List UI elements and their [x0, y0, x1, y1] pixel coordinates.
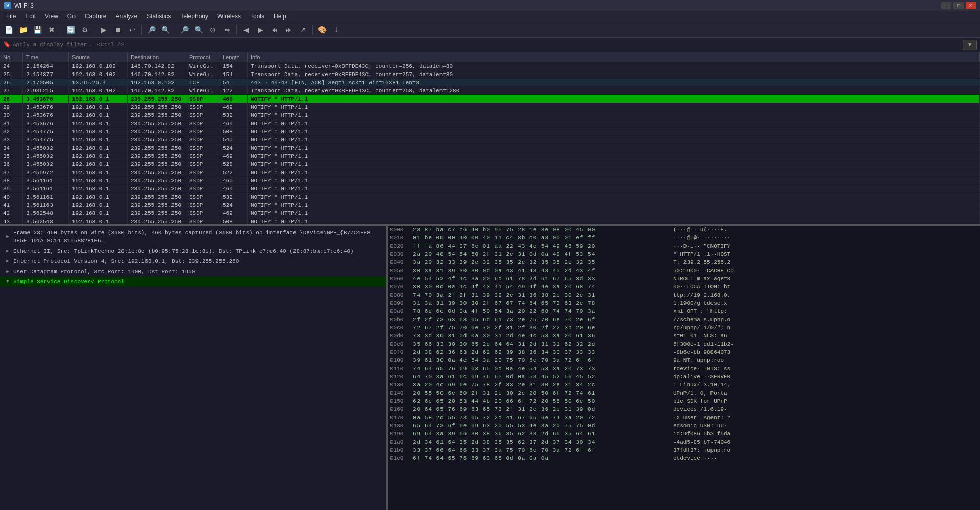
- hex-bytes: 64 70 3a 61 6c 69 76 65 0d 0a 53 45 52 5…: [413, 374, 673, 380]
- packet-cell: 3.562548: [23, 217, 69, 224]
- detail-item[interactable]: ▼Simple Service Discovery Protocol: [0, 277, 386, 287]
- hex-row: 00f02d 38 62 36 63 2d 62 62 39 38 36 34 …: [388, 348, 980, 356]
- menu-item-view[interactable]: View: [41, 12, 62, 21]
- hex-ascii: rg/upnp/ 1/0/"; n: [673, 325, 978, 331]
- zoom-in-button[interactable]: 🔎: [178, 23, 191, 36]
- packet-row[interactable]: 423.562548192.168.0.1239.255.255.250SSDP…: [0, 209, 980, 217]
- packet-row[interactable]: 313.453676192.168.0.1239.255.255.250SSDP…: [0, 119, 980, 128]
- app-icon: W: [4, 2, 11, 9]
- colorize-button[interactable]: 🎨: [315, 23, 329, 36]
- packet-cell: SSDP: [186, 152, 219, 160]
- detail-item[interactable]: ▶Ethernet II, Src: TpLinkTechno_28:1e:8e…: [0, 246, 386, 256]
- packet-row[interactable]: 293.453676192.168.0.1239.255.255.250SSDP…: [0, 103, 980, 111]
- packet-cell: 239.255.255.250: [128, 209, 186, 217]
- packet-row[interactable]: 353.455032192.168.0.1239.255.255.250SSDP…: [0, 152, 980, 160]
- packet-details: ▶Frame 28: 460 bytes on wire (3680 bits)…: [0, 226, 388, 510]
- packet-row[interactable]: 393.561161192.168.0.1239.255.255.250SSDP…: [0, 185, 980, 193]
- main-content: No. Time Source Destination Protocol Len…: [0, 52, 980, 510]
- resize-columns-button[interactable]: ⇔: [220, 23, 234, 36]
- filter-icon: 🔖: [3, 41, 11, 48]
- packet-cell: 3.561163: [23, 201, 69, 209]
- separator-1: [61, 25, 61, 35]
- packet-cell: 35: [0, 152, 23, 160]
- packet-row[interactable]: 363.455032192.168.0.1239.255.255.250SSDP…: [0, 160, 980, 168]
- packet-row[interactable]: 373.455972192.168.0.1239.255.255.250SSDP…: [0, 168, 980, 177]
- hex-offset: 0080: [390, 292, 413, 298]
- hex-bytes: 78 6d 6c 0d 0a 4f 50 54 3a 20 22 68 74 7…: [413, 308, 673, 314]
- close-capture-button[interactable]: ✖: [45, 23, 58, 36]
- packet-cell: 239.255.255.250: [128, 136, 186, 143]
- header-destination: Destination: [128, 52, 186, 62]
- bottom-panel: ▶Frame 28: 460 bytes on wire (3680 bits)…: [0, 226, 980, 510]
- maximize-button[interactable]: □: [953, 2, 964, 9]
- menu-item-telephony[interactable]: Telephony: [176, 12, 212, 21]
- menu-item-analyze[interactable]: Analyze: [112, 12, 142, 21]
- start-capture-button[interactable]: ▶: [97, 23, 110, 36]
- packet-cell: 2.154264: [23, 62, 69, 70]
- packet-cell: NOTIFY * HTTP/1.1: [248, 160, 980, 168]
- detail-item[interactable]: ▶User Datagram Protocol, Src Port: 1900,…: [0, 266, 386, 277]
- new-capture-button[interactable]: 📄: [2, 23, 15, 36]
- packet-row[interactable]: 252.154377192.168.0.102146.70.142.82Wire…: [0, 70, 980, 79]
- hex-row: 00c072 67 2f 75 70 6e 70 2f 31 2f 30 2f …: [388, 324, 980, 332]
- save-button[interactable]: 💾: [31, 23, 44, 36]
- next-packet-button[interactable]: ▶: [254, 23, 267, 36]
- hex-offset: 0110: [390, 366, 413, 372]
- hex-row: 00d073 3d 30 31 0d 0a 30 31 2d 4e 4c 53 …: [388, 332, 980, 340]
- stop-capture-button[interactable]: ⏹: [111, 23, 125, 36]
- hex-row: 01c06f 74 64 65 76 69 63 65 0d 0a 0a 0ao…: [388, 454, 980, 463]
- hex-row: 007030 30 0d 0a 4c 4f 43 41 54 49 4f 4e …: [388, 283, 980, 291]
- display-filters-button[interactable]: 🔍: [159, 23, 172, 36]
- packet-row[interactable]: 272.936215192.168.0.102146.70.142.82Wire…: [0, 87, 980, 95]
- packet-row[interactable]: 333.454775192.168.0.1239.255.255.250SSDP…: [0, 136, 980, 144]
- minimize-button[interactable]: —: [941, 2, 951, 9]
- toolbar: 📄 📁 💾 ✖ 🔄 ⚙ ▶ ⏹ ↩ 🔎 🔍 🔎 🔍 ⊙ ⇔ ◀ ▶ ⏮ ⏭ ↗ …: [0, 21, 980, 38]
- packet-row[interactable]: 343.455032192.168.0.1239.255.255.250SSDP…: [0, 144, 980, 152]
- menu-item-go[interactable]: Go: [63, 12, 80, 21]
- packet-row[interactable]: 283.453676192.168.0.1239.255.255.250SSDP…: [0, 95, 980, 103]
- menu-item-wireless[interactable]: Wireless: [213, 12, 245, 21]
- packet-row[interactable]: 262.17050513.95.26.4192.168.0.102TCP5444…: [0, 79, 980, 87]
- first-packet-button[interactable]: ⏮: [268, 23, 281, 36]
- reload-button[interactable]: 🔄: [64, 23, 77, 36]
- capture-filters-button[interactable]: 🔎: [144, 23, 158, 36]
- menu-item-statistics[interactable]: Statistics: [142, 12, 175, 21]
- packet-row[interactable]: 433.562548192.168.0.1239.255.255.250SSDP…: [0, 217, 980, 224]
- last-packet-button[interactable]: ⏭: [282, 23, 296, 36]
- filter-input[interactable]: [13, 42, 961, 48]
- restart-capture-button[interactable]: ↩: [126, 23, 139, 36]
- menu-item-capture[interactable]: Capture: [81, 12, 111, 21]
- packet-cell: 31: [0, 119, 23, 127]
- hex-bytes: 3a 20 4c 69 6e 75 78 2f 33 2e 31 30 2e 3…: [413, 382, 673, 388]
- packet-row[interactable]: 323.454775192.168.0.1239.255.255.250SSDP…: [0, 128, 980, 136]
- header-source: Source: [69, 52, 128, 62]
- menu-item-file[interactable]: File: [2, 12, 20, 21]
- packet-row[interactable]: 303.453676192.168.0.1239.255.255.250SSDP…: [0, 111, 980, 119]
- hex-offset: 00a0: [390, 308, 413, 314]
- detail-item[interactable]: ▶Internet Protocol Version 4, Src: 192.1…: [0, 256, 386, 266]
- zoom-out-button[interactable]: 🔍: [192, 23, 205, 36]
- menu-item-tools[interactable]: Tools: [246, 12, 268, 21]
- hex-offset: 0050: [390, 268, 413, 274]
- capture-options-button[interactable]: ⚙: [78, 23, 91, 36]
- packet-row[interactable]: 383.561161192.168.0.1239.255.255.250SSDP…: [0, 177, 980, 185]
- prev-packet-button[interactable]: ◀: [239, 23, 253, 36]
- packet-row[interactable]: 403.561161192.168.0.1239.255.255.250SSDP…: [0, 193, 980, 201]
- zoom-normal-button[interactable]: ⊙: [206, 23, 219, 36]
- go-to-packet-button[interactable]: ↗: [297, 23, 310, 36]
- hex-ascii: //schema s.upnp.o: [673, 317, 978, 323]
- hex-ascii: ···D·l·· "CNOTIFY: [673, 243, 978, 249]
- packet-cell: SSDP: [186, 201, 219, 209]
- open-button[interactable]: 📁: [16, 23, 30, 36]
- detail-item[interactable]: ▶Frame 28: 460 bytes on wire (3680 bits)…: [0, 228, 386, 246]
- packet-row[interactable]: 413.561163192.168.0.1239.255.255.250SSDP…: [0, 201, 980, 209]
- packet-cell: NOTIFY * HTTP/1.1: [248, 136, 980, 143]
- filter-dropdown-button[interactable]: ▼: [963, 40, 977, 50]
- auto-scroll-button[interactable]: ⤓: [330, 23, 343, 36]
- packet-cell: NOTIFY * HTTP/1.1: [248, 185, 980, 192]
- menu-item-help[interactable]: Help: [270, 12, 290, 21]
- close-button[interactable]: ✕: [966, 2, 976, 9]
- menu-item-edit[interactable]: Edit: [21, 12, 40, 21]
- packet-cell: SSDP: [186, 95, 219, 103]
- packet-row[interactable]: 242.154264192.168.0.102146.70.142.82Wire…: [0, 62, 980, 70]
